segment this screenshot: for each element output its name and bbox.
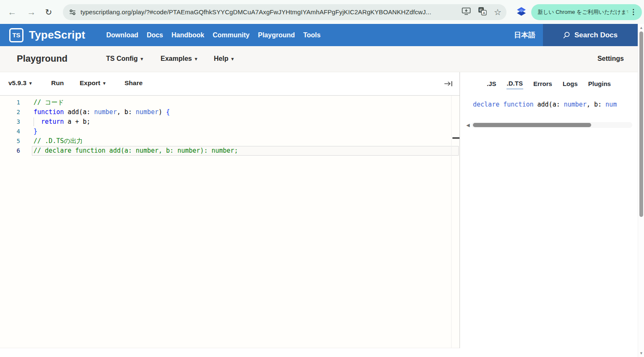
chrome-update-label: 新しい Chrome をご利用いただけます <box>538 8 628 16</box>
export-dropdown[interactable]: Export▾ <box>80 79 106 87</box>
horizontal-scrollbar[interactable]: ◀ <box>466 122 632 128</box>
brand-title[interactable]: TypeScript <box>29 29 85 42</box>
chevron-down-icon: ▾ <box>29 81 32 86</box>
nav-item-download[interactable]: Download <box>106 31 138 39</box>
line-number: 5 <box>0 136 20 146</box>
code-text: // コード <box>20 98 460 107</box>
nav-item-handbook[interactable]: Handbook <box>171 31 204 39</box>
back-icon[interactable]: ← <box>6 6 18 18</box>
tab-js[interactable]: .JS <box>486 79 497 89</box>
line-number: 4 <box>0 127 20 136</box>
site-header: TS TypeScript DownloadDocsHandbookCommun… <box>0 24 638 46</box>
line-number: 3 <box>0 117 20 127</box>
code-editor[interactable]: 1// コード2function add(a: number, b: numbe… <box>0 96 460 348</box>
scroll-left-icon[interactable]: ◀ <box>466 123 470 128</box>
nav-item-docs[interactable]: Docs <box>147 31 163 39</box>
search-docs-button[interactable]: Search Docs <box>543 24 638 46</box>
code-text: // .D.TSの出力 <box>20 136 460 146</box>
menu-examples[interactable]: Examples▾ <box>161 55 197 63</box>
nav-item-community[interactable]: Community <box>213 31 249 39</box>
nav-item-playground[interactable]: Playground <box>258 31 295 39</box>
svg-text:A: A <box>483 11 485 15</box>
search-icon <box>563 31 570 39</box>
screen: ← → ↻ typescriptlang.org/play/?#code/PTA… <box>0 0 644 357</box>
reload-icon[interactable]: ↻ <box>42 6 55 18</box>
typescript-logo[interactable]: TS <box>9 28 23 42</box>
scrollbar-track[interactable] <box>471 122 632 128</box>
bookmark-star-icon[interactable]: ☆ <box>494 8 501 16</box>
code-line-6[interactable]: 6// declare function add(a: number, b: n… <box>0 146 460 156</box>
address-bar[interactable]: typescriptlang.org/play/?#code/PTAEmaGQf… <box>63 4 506 20</box>
url-text: typescriptlang.org/play/?#code/PTAEmaGQf… <box>80 8 457 16</box>
tab-errors[interactable]: Errors <box>533 79 553 89</box>
code-line-2[interactable]: 2function add(a: number, b: number) { <box>0 107 460 117</box>
nav-item-tools[interactable]: Tools <box>303 31 320 39</box>
menu-ts-config[interactable]: TS Config▾ <box>106 55 143 63</box>
scroll-up-icon[interactable]: ▲ <box>638 25 644 30</box>
translate-icon[interactable]: G A <box>478 7 487 17</box>
scrollbar-thumb[interactable] <box>473 123 591 127</box>
sidebar-tabbar: .JS .D.TS Errors Logs Plugins <box>460 72 638 96</box>
editor-toolbar: v5.9.3▾ Run Export▾ Share <box>0 72 460 96</box>
collapse-sidebar-icon[interactable] <box>444 81 454 89</box>
line-number: 6 <box>0 146 20 156</box>
code-text: return a + b; <box>20 117 460 127</box>
minimap <box>451 96 452 348</box>
page-scrollbar[interactable]: ▲ ▼ <box>638 24 644 357</box>
code-line-3[interactable]: 3 return a + b; <box>0 117 460 127</box>
tab-dts[interactable]: .D.TS <box>506 79 523 89</box>
indent-guide <box>34 117 34 126</box>
code-text: function add(a: number, b: number) { <box>20 107 460 117</box>
search-docs-label: Search Docs <box>574 31 618 39</box>
menu-help[interactable]: Help▾ <box>214 55 234 63</box>
extension-icon[interactable] <box>516 6 527 19</box>
settings-button[interactable]: Settings <box>597 55 624 63</box>
forward-icon[interactable]: → <box>25 6 38 18</box>
chrome-update-button[interactable]: 新しい Chrome をご利用いただけます ⋮ <box>531 4 642 20</box>
site-settings-icon[interactable] <box>69 8 76 16</box>
editor-lines: 1// コード2function add(a: number, b: numbe… <box>0 98 460 156</box>
browser-toolbar: ← → ↻ typescriptlang.org/play/?#code/PTA… <box>0 0 644 24</box>
send-to-device-icon[interactable] <box>462 7 471 17</box>
tab-logs[interactable]: Logs <box>562 79 578 89</box>
tab-plugins[interactable]: Plugins <box>588 79 611 89</box>
kebab-menu-icon[interactable]: ⋮ <box>628 8 639 16</box>
scroll-down-icon[interactable]: ▼ <box>638 351 644 356</box>
line-number: 2 <box>0 107 20 117</box>
chevron-down-icon: ▾ <box>195 56 197 61</box>
line-number: 1 <box>0 98 20 107</box>
dts-code-line: declare function add(a: number, b: num <box>473 101 638 108</box>
code-text: // declare function add(a: number, b: nu… <box>20 146 460 156</box>
code-line-4[interactable]: 4} <box>0 127 460 136</box>
page-title: Playground <box>17 53 68 64</box>
chevron-down-icon: ▾ <box>141 56 143 61</box>
header-nav: DownloadDocsHandbookCommunityPlaygroundT… <box>106 31 320 39</box>
run-button[interactable]: Run <box>51 79 64 87</box>
version-dropdown[interactable]: v5.9.3▾ <box>8 79 32 87</box>
share-button[interactable]: Share <box>125 79 143 87</box>
chevron-down-icon: ▾ <box>231 56 234 61</box>
language-switcher[interactable]: 日本語 <box>514 30 535 40</box>
page-scrollbar-thumb[interactable] <box>639 31 643 217</box>
chevron-down-icon: ▾ <box>103 81 106 86</box>
dts-output-panel: declare function add(a: number, b: num ◀ <box>460 96 638 348</box>
code-text: } <box>20 127 460 136</box>
code-line-5[interactable]: 5// .D.TSの出力 <box>0 136 460 146</box>
code-line-1[interactable]: 1// コード <box>0 98 460 107</box>
minimap-marker <box>452 137 460 139</box>
playground-bar: Playground TS Config▾ Examples▾ Help▾ Se… <box>0 46 638 72</box>
